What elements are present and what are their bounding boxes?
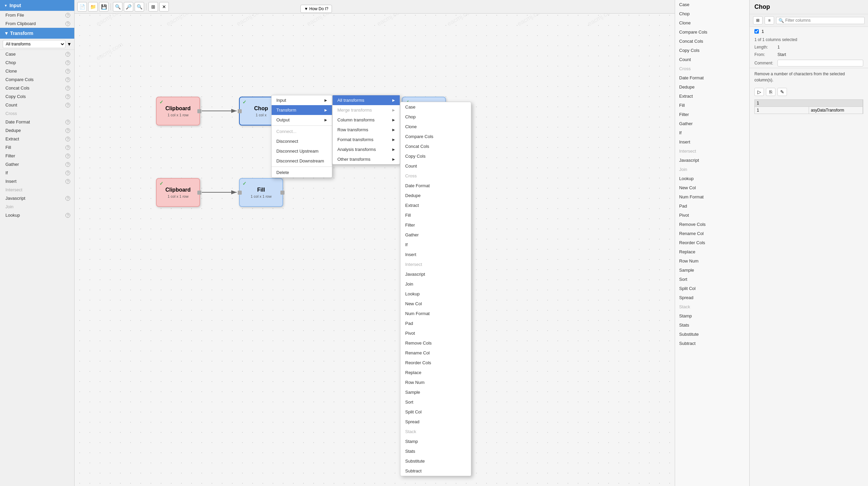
help-icon-if[interactable]: ? bbox=[65, 171, 70, 175]
node-connector-left-chop[interactable] bbox=[238, 109, 242, 113]
toolbar-zoom-out-btn[interactable]: 🔍 bbox=[135, 2, 144, 12]
sidebar-item-from-file[interactable]: From File ? bbox=[0, 11, 74, 19]
help-icon-fill[interactable]: ? bbox=[65, 145, 70, 150]
ctx-disconnect[interactable]: Disconnect bbox=[272, 136, 332, 146]
submenu-all-item-stamp[interactable]: Stamp bbox=[400, 436, 471, 446]
sidebar-item-dedupe[interactable]: Dedupe ? bbox=[0, 126, 74, 135]
right-list-item-dedupe[interactable]: Dedupe bbox=[675, 82, 749, 92]
submenu-all-item-count[interactable]: Count bbox=[400, 161, 471, 171]
submenu-all-item-subtract[interactable]: Subtract bbox=[400, 466, 471, 476]
toolbar-new-btn[interactable]: 📄 bbox=[77, 2, 87, 12]
input-section-header[interactable]: ▼ Input bbox=[0, 0, 74, 11]
ctx-input[interactable]: Input ▶ bbox=[272, 95, 332, 105]
right-list-item-javascript[interactable]: Javascript bbox=[675, 156, 749, 165]
submenu-all-item-gather[interactable]: Gather bbox=[400, 230, 471, 240]
help-icon-javascript[interactable]: ? bbox=[65, 196, 70, 201]
sub-transform-all[interactable]: All transforms ▶ bbox=[333, 95, 400, 105]
submenu-all-item-if[interactable]: If bbox=[400, 240, 471, 250]
submenu-all-item-split-col[interactable]: Split Col bbox=[400, 407, 471, 417]
sidebar-item-count[interactable]: Count ? bbox=[0, 101, 74, 109]
toolbar-search-btn[interactable]: 🔍 bbox=[113, 2, 122, 12]
panel-search-input[interactable] bbox=[785, 18, 862, 23]
right-list-item-if[interactable]: If bbox=[675, 128, 749, 137]
from-file-help-icon[interactable]: ? bbox=[65, 13, 70, 18]
submenu-all-item-fill[interactable]: Fill bbox=[400, 210, 471, 220]
submenu-all-item-substitute[interactable]: Substitute bbox=[400, 456, 471, 466]
sidebar-item-filter[interactable]: Filter ? bbox=[0, 152, 74, 160]
help-icon-dedupe[interactable]: ? bbox=[65, 128, 70, 133]
help-icon-gather[interactable]: ? bbox=[65, 162, 70, 167]
help-icon-extract[interactable]: ? bbox=[65, 137, 70, 141]
sidebar-item-extract[interactable]: Extract ? bbox=[0, 135, 74, 143]
panel-action-copy-btn[interactable]: ⎘ bbox=[766, 88, 775, 96]
help-icon-filter[interactable]: ? bbox=[65, 154, 70, 158]
toolbar-save-btn[interactable]: 💾 bbox=[99, 2, 108, 12]
submenu-all-item-stats[interactable]: Stats bbox=[400, 446, 471, 456]
right-list-item-extract[interactable]: Extract bbox=[675, 92, 749, 101]
column-1-checkbox[interactable] bbox=[754, 29, 759, 34]
submenu-all-item-lookup[interactable]: Lookup bbox=[400, 289, 471, 299]
right-list-item-filter[interactable]: Filter bbox=[675, 110, 749, 119]
panel-search[interactable]: 🔍 bbox=[776, 17, 865, 24]
sub-transform-format[interactable]: Format transforms ▶ bbox=[333, 135, 400, 144]
submenu-all-item-reorder-cols[interactable]: Reorder Cols bbox=[400, 358, 471, 368]
right-list-item-reorder-cols[interactable]: Reorder Cols bbox=[675, 238, 749, 247]
right-list-item-spread[interactable]: Spread bbox=[675, 293, 749, 302]
right-list-item-compare-cols[interactable]: Compare Cols bbox=[675, 27, 749, 37]
help-icon-insert[interactable]: ? bbox=[65, 179, 70, 184]
node-connector-left-fill[interactable] bbox=[238, 191, 242, 195]
submenu-all-item-insert[interactable]: Insert bbox=[400, 250, 471, 259]
submenu-all-item-sample[interactable]: Sample bbox=[400, 387, 471, 397]
right-list-item-replace[interactable]: Replace bbox=[675, 247, 749, 256]
node-clipboard2[interactable]: ✓ Clipboard 1 col x 1 row bbox=[156, 178, 200, 207]
sidebar-item-clone[interactable]: Clone ? bbox=[0, 67, 74, 75]
right-list-item-stats[interactable]: Stats bbox=[675, 320, 749, 330]
sub-transform-row[interactable]: Row transforms ▶ bbox=[333, 125, 400, 135]
transform-filter-dropdown-icon[interactable]: ▼ bbox=[67, 41, 72, 47]
sidebar-item-gather[interactable]: Gather ? bbox=[0, 160, 74, 169]
submenu-all-item-rename-col[interactable]: Rename Col bbox=[400, 348, 471, 358]
panel-action-edit-btn[interactable]: ✎ bbox=[777, 88, 787, 96]
sidebar-item-date-format[interactable]: Date Format ? bbox=[0, 118, 74, 126]
right-list-item-rename-col[interactable]: Rename Col bbox=[675, 229, 749, 238]
submenu-all-item-row-num[interactable]: Row Num bbox=[400, 377, 471, 387]
ctx-transform[interactable]: Transform ▶ bbox=[272, 105, 332, 115]
sidebar-item-chop[interactable]: Chop ? bbox=[0, 58, 74, 67]
sidebar-item-lookup[interactable]: Lookup ? bbox=[0, 211, 74, 219]
submenu-all-item-javascript[interactable]: Javascript bbox=[400, 269, 471, 279]
toolbar-open-btn[interactable]: 📁 bbox=[88, 2, 98, 12]
node-connector-right-clipboard2[interactable] bbox=[197, 191, 201, 195]
panel-grid-btn[interactable]: ⊞ bbox=[753, 16, 763, 24]
right-list-item-concat-cols[interactable]: Concat Cols bbox=[675, 37, 749, 46]
submenu-all-item-sort[interactable]: Sort bbox=[400, 397, 471, 407]
submenu-all-item-clone[interactable]: Clone bbox=[400, 122, 471, 132]
toolbar-grid-btn[interactable]: ⊞ bbox=[149, 2, 158, 12]
help-icon-lookup[interactable]: ? bbox=[65, 213, 70, 218]
node-fill[interactable]: ✓ Fill 1 col x 1 row bbox=[239, 178, 283, 207]
submenu-all-item-replace[interactable]: Replace bbox=[400, 368, 471, 377]
right-list-item-subtract[interactable]: Subtract bbox=[675, 339, 749, 348]
right-list-item-pad[interactable]: Pad bbox=[675, 201, 749, 211]
submenu-all-item-new-col[interactable]: New Col bbox=[400, 299, 471, 309]
right-list-item-copy-cols[interactable]: Copy Cols bbox=[675, 46, 749, 55]
transform-section-header[interactable]: ▼ Transform bbox=[0, 28, 74, 39]
node-connector-right-fill[interactable] bbox=[280, 191, 284, 195]
sidebar-item-compare-cols[interactable]: Compare Cols ? bbox=[0, 75, 74, 84]
help-icon-concat_cols[interactable]: ? bbox=[65, 86, 70, 91]
submenu-all-item-date-format[interactable]: Date Format bbox=[400, 181, 471, 191]
submenu-all-item-concat-cols[interactable]: Concat Cols bbox=[400, 141, 471, 151]
ctx-disconnect-downstream[interactable]: Disconnect Downstream bbox=[272, 156, 332, 166]
toolbar-zoom-in-btn[interactable]: 🔎 bbox=[124, 2, 133, 12]
sidebar-item-concat-cols[interactable]: Concat Cols ? bbox=[0, 84, 74, 92]
submenu-all-item-remove-cols[interactable]: Remove Cols bbox=[400, 338, 471, 348]
submenu-all-item-join[interactable]: Join bbox=[400, 279, 471, 289]
help-icon-count[interactable]: ? bbox=[65, 103, 70, 108]
right-list-item-lookup[interactable]: Lookup bbox=[675, 174, 749, 183]
comment-input[interactable] bbox=[777, 60, 863, 66]
right-list-item-new-col[interactable]: New Col bbox=[675, 183, 749, 192]
right-list-item-pivot[interactable]: Pivot bbox=[675, 211, 749, 220]
submenu-all-item-copy-cols[interactable]: Copy Cols bbox=[400, 151, 471, 161]
sidebar-item-javascript[interactable]: Javascript ? bbox=[0, 194, 74, 202]
submenu-all-item-pivot[interactable]: Pivot bbox=[400, 328, 471, 338]
right-list-item-clone[interactable]: Clone bbox=[675, 18, 749, 27]
